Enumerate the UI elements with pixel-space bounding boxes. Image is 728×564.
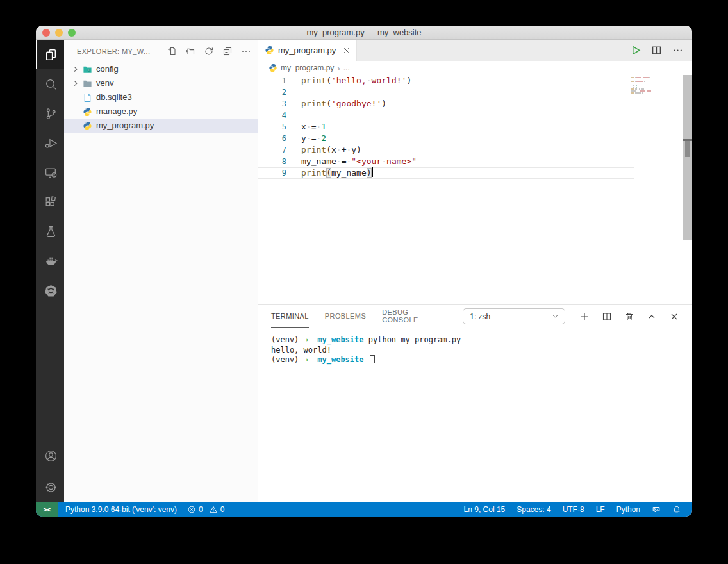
problems-status[interactable]: 0 0	[182, 502, 229, 517]
indentation-status[interactable]: Spaces: 4	[511, 502, 556, 517]
code-editor[interactable]: 1print('hello,·world!')23print('goodbye!…	[258, 75, 692, 304]
line-number: 1	[258, 75, 286, 87]
titlebar: my_program.py — my_website	[36, 26, 692, 40]
kubernetes-icon[interactable]	[36, 276, 64, 305]
tree-item-manage.py[interactable]: manage.py	[64, 104, 258, 119]
line-number: 5	[258, 121, 286, 133]
window-title: my_program.py — my_website	[36, 28, 692, 37]
new-folder-icon[interactable]	[185, 46, 195, 56]
kill-terminal-icon[interactable]	[624, 311, 634, 322]
source-control-icon[interactable]	[36, 99, 64, 128]
line-number: 8	[258, 156, 286, 167]
refresh-icon[interactable]	[204, 46, 214, 56]
file-tree: configvenvdb.sqlite3manage.pymy_program.…	[64, 62, 258, 133]
notifications-bell-icon[interactable]	[666, 502, 687, 517]
editor-scrollbar[interactable]	[683, 75, 692, 240]
breadcrumb-symbol: ...	[343, 63, 350, 72]
terminal-output[interactable]: (venv) → my_website python my_program.py…	[258, 328, 692, 502]
close-window-button[interactable]	[42, 29, 50, 37]
tree-item-label: manage.py	[96, 104, 137, 119]
python-interpreter-status[interactable]: Python 3.9.0 64-bit ('venv': venv)	[58, 502, 182, 517]
scrollbar-thumb[interactable]	[685, 141, 690, 157]
error-icon	[187, 505, 196, 514]
tab-close-icon[interactable]	[341, 46, 351, 56]
close-panel-icon[interactable]	[669, 311, 679, 322]
line-number: 9	[258, 167, 286, 179]
collapse-folders-icon[interactable]	[222, 46, 233, 56]
code-line-6[interactable]: 6y·=·2	[258, 133, 634, 144]
tree-item-label: db.sqlite3	[96, 90, 132, 104]
explorer-sidebar: EXPLORER: MY_W... configvenvdb.sqlite3ma…	[64, 40, 258, 502]
remote-explorer-icon[interactable]	[36, 158, 64, 187]
tree-item-my_program.py[interactable]: my_program.py	[64, 119, 258, 133]
chevron-right-icon	[70, 106, 81, 117]
code-line-8[interactable]: 8my_name·=·"<your·name>"	[258, 156, 634, 167]
settings-gear-icon[interactable]	[36, 472, 64, 502]
language-mode-status[interactable]: Python	[611, 502, 646, 517]
new-terminal-icon[interactable]	[579, 311, 590, 322]
breadcrumb[interactable]: my_program.py › ...	[258, 61, 692, 75]
breadcrumb-separator: ›	[337, 63, 340, 73]
minimap-code	[631, 77, 672, 94]
warning-count: 0	[220, 505, 225, 514]
chevron-right-icon	[70, 64, 81, 74]
minimap[interactable]	[631, 77, 672, 94]
split-terminal-icon[interactable]	[602, 311, 612, 322]
explorer-header-title: EXPLORER: MY_W...	[77, 47, 167, 55]
split-editor-icon[interactable]	[651, 45, 662, 56]
remote-indicator[interactable]: ><	[36, 502, 58, 517]
tree-item-label: venv	[96, 76, 113, 90]
activity-bar	[36, 40, 64, 502]
code-lines: 1print('hello,·world!')23print('goodbye!…	[258, 75, 634, 179]
line-number: 2	[258, 87, 286, 98]
search-icon[interactable]	[36, 69, 64, 99]
code-line-7[interactable]: 7print(x·+·y)	[258, 144, 634, 156]
testing-beaker-icon[interactable]	[36, 217, 64, 246]
extensions-icon[interactable]	[36, 187, 64, 217]
zoom-window-button[interactable]	[68, 29, 76, 37]
code-line-5[interactable]: 5x·=·1	[258, 121, 634, 133]
folder-icon	[82, 78, 93, 88]
database-file-icon	[82, 92, 93, 103]
run-debug-icon[interactable]	[36, 128, 64, 158]
error-count: 0	[199, 505, 203, 514]
code-line-9[interactable]: 9print(my_name)	[258, 167, 634, 179]
tree-item-config[interactable]: config	[64, 62, 258, 76]
feedback-icon[interactable]	[646, 502, 666, 517]
tab-terminal[interactable]: TERMINAL	[271, 305, 309, 328]
line-number: 4	[258, 110, 286, 121]
maximize-panel-icon[interactable]	[647, 311, 657, 322]
tree-item-label: my_program.py	[96, 119, 154, 133]
explorer-icon[interactable]	[36, 40, 64, 69]
tab-debug-console[interactable]: DEBUG CONSOLE	[382, 305, 447, 328]
run-python-file-button[interactable]	[630, 45, 641, 56]
tab-my-program[interactable]: my_program.py	[258, 40, 357, 61]
code-line-2[interactable]: 2	[258, 87, 634, 98]
cursor-position-status[interactable]: Ln 9, Col 15	[458, 502, 511, 517]
tree-item-label: config	[96, 62, 119, 76]
tab-problems[interactable]: PROBLEMS	[325, 305, 366, 328]
python-icon	[82, 106, 93, 117]
chevron-right-icon	[70, 120, 81, 131]
new-file-icon[interactable]	[167, 46, 177, 56]
warning-icon	[209, 505, 218, 514]
eol-status[interactable]: LF	[590, 502, 611, 517]
line-number: 6	[258, 133, 286, 144]
folder-config-icon	[82, 64, 93, 74]
editor-tab-bar: my_program.py	[258, 40, 692, 61]
line-number: 3	[258, 98, 286, 110]
docker-icon[interactable]	[36, 246, 64, 276]
tree-item-venv[interactable]: venv	[64, 76, 258, 90]
code-line-3[interactable]: 3print('goodbye!')	[258, 98, 634, 110]
code-line-4[interactable]: 4	[258, 110, 634, 121]
minimize-window-button[interactable]	[55, 29, 63, 37]
encoding-status[interactable]: UTF-8	[557, 502, 590, 517]
editor-more-actions-icon[interactable]	[672, 45, 683, 56]
vscode-window: my_program.py — my_website	[36, 26, 692, 517]
account-icon[interactable]	[36, 443, 64, 472]
chevron-right-icon	[70, 92, 81, 103]
code-line-1[interactable]: 1print('hello,·world!')	[258, 75, 634, 87]
tree-item-db.sqlite3[interactable]: db.sqlite3	[64, 90, 258, 104]
more-actions-icon[interactable]	[241, 46, 251, 56]
terminal-shell-select[interactable]: 1: zsh	[463, 308, 565, 324]
